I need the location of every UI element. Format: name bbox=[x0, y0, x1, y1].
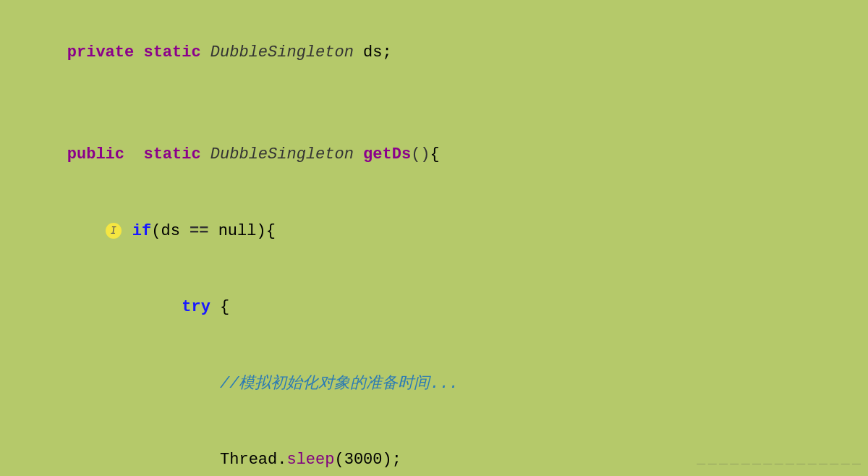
method-sleep: sleep bbox=[286, 451, 334, 469]
code-line-3: public static DubbleSingleton getDs(){ bbox=[29, 116, 839, 193]
keyword-try: try bbox=[182, 298, 210, 316]
classname-dubble: DubbleSingleton bbox=[210, 43, 354, 61]
code-line-4: I if(ds == null){ bbox=[29, 192, 839, 269]
watermark: — — — — — — — — — — — — — — — bbox=[697, 459, 861, 469]
keyword-static2: static bbox=[143, 145, 200, 163]
keyword-public: public bbox=[67, 145, 124, 163]
cursor-indicator: I bbox=[106, 223, 122, 239]
operator-eq: == bbox=[190, 222, 208, 240]
keyword-private: private bbox=[67, 43, 134, 61]
code-line-2 bbox=[29, 91, 839, 116]
code-viewer: private static DubbleSingleton ds; publi… bbox=[0, 0, 868, 476]
classname-dubble2: DubbleSingleton bbox=[210, 145, 354, 163]
code-line-5: try { bbox=[29, 269, 839, 346]
comment-text: //模拟初始化对象的准备时间... bbox=[220, 375, 459, 393]
code-line-6: //模拟初始化对象的准备时间... bbox=[29, 345, 839, 422]
method-getds: getDs bbox=[363, 145, 411, 163]
code-line-1: private static DubbleSingleton ds; bbox=[29, 14, 839, 91]
keyword-if: if bbox=[132, 222, 151, 240]
keyword-static: static bbox=[143, 43, 200, 61]
